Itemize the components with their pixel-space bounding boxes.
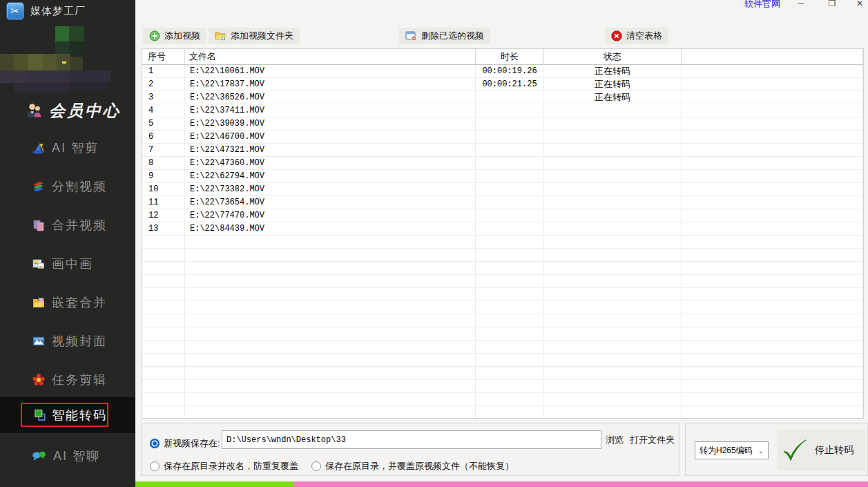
cell-no xyxy=(142,288,185,300)
table-row[interactable]: 7E:\22\47321.MOV xyxy=(142,144,863,157)
cell-dur xyxy=(476,301,544,314)
maximize-button[interactable]: ❐ xyxy=(822,0,842,9)
table-row[interactable] xyxy=(142,406,863,419)
cell-status xyxy=(544,183,682,195)
add-video-folder-label: 添加视频文件夹 xyxy=(231,30,293,42)
header-no[interactable]: 序号 xyxy=(142,49,185,64)
cell-dur xyxy=(476,131,544,143)
table-row[interactable]: 5E:\22\39039.MOV xyxy=(142,117,863,131)
radio-icon[interactable] xyxy=(150,461,160,471)
save-option-overwrite[interactable]: 保存在原目录，并覆盖原视频文件（不能恢复） xyxy=(311,460,514,472)
split-layers-icon xyxy=(32,180,46,193)
table-row[interactable] xyxy=(142,236,863,249)
add-video-folder-button[interactable]: 添加视频文件夹 xyxy=(209,28,300,44)
cell-dur xyxy=(476,249,544,261)
header-extra xyxy=(682,49,863,64)
encode-format-select[interactable]: 转为H265编码 ⌄ xyxy=(695,441,769,459)
cell-no xyxy=(142,406,185,419)
cell-file: E:\22\46700.MOV xyxy=(185,131,476,143)
table-row[interactable]: 2E:\22\17837.MOV00:00:21.25正在转码 xyxy=(142,78,863,91)
save-path-input[interactable] xyxy=(222,430,601,449)
radio-selected-icon[interactable] xyxy=(150,439,160,448)
cell-extra xyxy=(682,104,863,117)
cell-no xyxy=(142,367,185,379)
table-row[interactable]: 10E:\22\73382.MOV xyxy=(142,183,863,196)
sidebar-item-video-cover[interactable]: 视频封面 xyxy=(0,330,135,353)
app-title-row: ✂ 媒体梦工厂 xyxy=(0,0,135,20)
cell-status xyxy=(544,301,682,314)
cell-extra xyxy=(682,406,863,419)
radio-icon[interactable] xyxy=(311,461,321,471)
cell-file xyxy=(185,249,476,261)
table-row[interactable] xyxy=(142,249,863,262)
cell-status xyxy=(544,393,682,405)
table-row[interactable]: 3E:\22\36526.MOV正在转码 xyxy=(142,91,863,104)
table-row[interactable] xyxy=(142,367,863,380)
cell-file: E:\22\73382.MOV xyxy=(185,183,476,195)
cell-file: E:\22\84439.MOV xyxy=(185,222,476,235)
delete-selected-button[interactable]: 删除已选的视频 xyxy=(399,28,490,44)
add-video-button[interactable]: 添加视频 xyxy=(143,28,206,44)
cell-dur xyxy=(476,393,544,405)
sidebar-item-nested-merge[interactable]: 嵌套合并 xyxy=(0,291,135,314)
table-row[interactable]: 6E:\22\46700.MOV xyxy=(142,131,863,144)
sidebar-item-picture-in-picture[interactable]: 画中画 xyxy=(0,252,135,276)
green-check-icon xyxy=(782,439,808,462)
cell-file xyxy=(185,406,476,419)
table-row[interactable] xyxy=(142,354,863,367)
clear-table-button[interactable]: 清空表格 xyxy=(605,28,668,44)
table-row[interactable] xyxy=(142,288,863,301)
cell-file xyxy=(185,301,476,314)
sidebar-item-merge-video[interactable]: 合并视频 xyxy=(0,213,135,237)
cell-file xyxy=(185,393,476,405)
table-row[interactable] xyxy=(142,380,863,393)
delete-selected-label: 删除已选的视频 xyxy=(421,30,484,42)
official-site-link[interactable]: 软件官网 xyxy=(742,0,783,8)
table-row[interactable] xyxy=(142,314,863,327)
cell-file xyxy=(185,236,476,248)
cell-extra xyxy=(682,170,863,182)
cell-no: 12 xyxy=(142,209,185,222)
close-button[interactable]: ✕ xyxy=(849,0,868,9)
sidebar-item-label: 嵌套合并 xyxy=(52,294,107,311)
minimize-button[interactable]: ─ xyxy=(791,0,811,9)
table-row[interactable] xyxy=(142,327,863,341)
sidebar-item-ai-chat[interactable]: AI 智聊 xyxy=(0,444,135,468)
table-row[interactable]: 13E:\22\84439.MOV xyxy=(142,222,863,236)
table-row[interactable]: 8E:\22\47360.MOV xyxy=(142,157,863,170)
save-option-label: 保存在原目录并改名，防重复覆盖 xyxy=(164,460,298,472)
sidebar-item-split-video[interactable]: 分割视频 xyxy=(0,175,135,198)
stop-transcode-button[interactable]: 停止转码 xyxy=(778,430,866,470)
open-folder-button[interactable]: 打开文件夹 xyxy=(630,434,675,446)
table-row[interactable] xyxy=(142,341,863,354)
cell-no: 1 xyxy=(142,65,185,77)
header-status[interactable]: 状态 xyxy=(544,49,682,64)
sidebar-item-label: 任务剪辑 xyxy=(52,372,107,388)
table-row[interactable] xyxy=(142,262,863,275)
landscape-photo-icon xyxy=(32,334,46,348)
sidebar-item-task-edit[interactable]: 任务剪辑 xyxy=(0,368,135,392)
table-row[interactable]: 12E:\22\77470.MOV xyxy=(142,209,863,222)
table-row[interactable]: 9E:\22\62794.MOV xyxy=(142,170,863,183)
table-row[interactable]: 1E:\22\10061.MOV00:00:19.26正在转码 xyxy=(142,65,863,78)
cell-file: E:\22\62794.MOV xyxy=(185,170,476,182)
sidebar-item-member-center[interactable]: 会员中心 xyxy=(0,99,135,122)
header-filename[interactable]: 文件名 xyxy=(185,49,476,64)
cell-file: E:\22\10061.MOV xyxy=(185,65,476,77)
save-option-new-path[interactable]: 新视频保存在: xyxy=(150,437,220,450)
browse-button[interactable]: 浏览 xyxy=(606,434,624,446)
cell-no xyxy=(142,262,185,274)
transcode-action-panel: 转为H265编码 ⌄ 停止转码 xyxy=(685,423,868,476)
sidebar-item-ai-cut[interactable]: AI 智剪 xyxy=(0,136,135,160)
sidebar-item-smart-transcode[interactable]: 智能转码 xyxy=(21,403,108,427)
save-option-rename[interactable]: 保存在原目录并改名，防重复覆盖 xyxy=(150,460,298,472)
table-row[interactable]: 4E:\22\37411.MOV xyxy=(142,104,863,117)
cell-no: 13 xyxy=(142,222,185,235)
table-row[interactable] xyxy=(142,275,863,288)
cell-status xyxy=(544,288,682,300)
table-row[interactable]: 11E:\22\73654.MOV xyxy=(142,196,863,209)
app-logo-icon: ✂ xyxy=(6,2,24,20)
table-row[interactable] xyxy=(142,301,863,314)
header-duration[interactable]: 时长 xyxy=(476,49,544,64)
table-row[interactable] xyxy=(142,393,863,406)
